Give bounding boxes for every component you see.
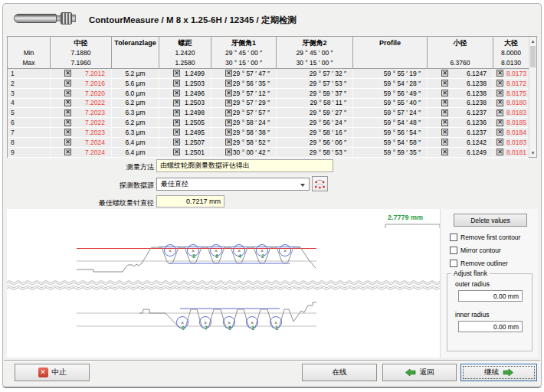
checkbox-major-diameter[interactable]: ✕ bbox=[496, 109, 503, 116]
remove-outliner-option[interactable]: Remove outliner bbox=[450, 260, 508, 267]
wire-diameter-field[interactable] bbox=[156, 195, 224, 207]
footer-divider bbox=[4, 360, 540, 361]
checkbox-pitch[interactable]: ✕ bbox=[173, 109, 180, 116]
abort-button[interactable]: ✕ 中止 bbox=[15, 364, 90, 381]
checkbox-major-diameter[interactable]: ✕ bbox=[496, 119, 503, 126]
circle-number: 8 bbox=[192, 253, 195, 259]
cell-pitch-diameter: ✕7.2016 bbox=[50, 79, 111, 88]
cell-flank-angle-1: ✕30 ° 00 ′ 42 ″ bbox=[211, 148, 276, 157]
table-row[interactable]: 3✕7.20206.0 µm✕1.2496✕29 ° 57 ′ 12 ″29 °… bbox=[8, 89, 529, 99]
measure-method-field[interactable] bbox=[156, 159, 333, 172]
checkbox-pitch-diameter[interactable]: ✕ bbox=[64, 100, 71, 106]
scroll-up-arrow-icon[interactable]: ▲ bbox=[529, 37, 536, 45]
upper-profile-trace bbox=[77, 247, 316, 272]
checkbox-pitch[interactable]: ✕ bbox=[173, 139, 180, 145]
checkbox-flank-angle-1[interactable]: ✕ bbox=[225, 100, 232, 106]
checkbox-minor-diameter[interactable]: ✕ bbox=[441, 80, 448, 87]
checkbox-pitch[interactable]: ✕ bbox=[173, 149, 180, 155]
remove-first-contour-option[interactable]: Remove first contour bbox=[450, 234, 520, 241]
cross-mark-icon: × bbox=[283, 248, 287, 253]
checkbox-minor-diameter[interactable]: ✕ bbox=[441, 129, 448, 136]
checkbox-pitch-diameter[interactable]: ✕ bbox=[64, 149, 71, 155]
mirror-contour-option[interactable]: Mirror contour bbox=[450, 247, 501, 254]
checkbox-flank-angle-1[interactable]: ✕ bbox=[225, 80, 232, 87]
scrollbar-thumb[interactable] bbox=[530, 46, 536, 67]
checkbox-pitch-diameter[interactable]: ✕ bbox=[64, 139, 71, 145]
checkbox-pitch[interactable]: ✕ bbox=[173, 129, 180, 136]
delete-values-button[interactable]: Delete values bbox=[454, 214, 527, 227]
checkbox-remove-first-contour[interactable] bbox=[450, 234, 457, 241]
checkbox-label: Remove first contour bbox=[460, 234, 520, 241]
cell-pitch: ✕1.2501 bbox=[159, 148, 211, 157]
cell-profile: 59 ° 57 ′ 24 ″ bbox=[352, 108, 427, 117]
probe-source-label: 探测数据源 bbox=[34, 181, 154, 191]
checkbox-flank-angle-1[interactable]: ✕ bbox=[225, 149, 232, 155]
checkbox-minor-diameter[interactable]: ✕ bbox=[441, 90, 448, 96]
cell-minor-diameter: ✕6.1238 bbox=[427, 99, 493, 108]
checkbox-pitch-diameter[interactable]: ✕ bbox=[64, 70, 71, 77]
checkbox-pitch-diameter[interactable]: ✕ bbox=[64, 80, 71, 87]
table-row[interactable]: 6✕7.20226.2 µm✕1.2505✕29 ° 58 ′ 24 ″29 °… bbox=[8, 118, 529, 128]
online-button[interactable]: 在线 bbox=[302, 364, 377, 381]
checkbox-pitch-diameter[interactable]: ✕ bbox=[64, 129, 71, 136]
table-row[interactable]: 7✕7.20236.3 µm✕1.2495✕29 ° 58 ′ 38 ″29 °… bbox=[8, 128, 529, 138]
measure-method-label: 测量方法 bbox=[34, 162, 154, 172]
table-row[interactable]: 4✕7.20226.2 µm✕1.2503✕29 ° 57 ′ 29 ″29 °… bbox=[8, 99, 529, 109]
checkbox-mirror-contour[interactable] bbox=[450, 247, 457, 254]
cell-pitch: ✕1.2503 bbox=[159, 79, 211, 88]
checkbox-minor-diameter[interactable]: ✕ bbox=[441, 139, 448, 145]
contour-plot-area: 2.7779 mm ××8×6×4×2× ×9×7×5×3×1 bbox=[7, 209, 440, 358]
table-scrollbar[interactable]: ▲ ▼ bbox=[529, 37, 536, 157]
table-row[interactable]: 2✕7.20165.6 µm✕1.2503✕29 ° 56 ′ 35 ″29 °… bbox=[8, 79, 529, 89]
inner-radius-field[interactable] bbox=[458, 321, 523, 332]
table-row[interactable]: 9✕7.20246.4 µm✕1.2501✕30 ° 00 ′ 42 ″29 °… bbox=[8, 148, 529, 158]
checkbox-pitch-diameter[interactable]: ✕ bbox=[64, 119, 71, 126]
checkbox-pitch-diameter[interactable]: ✕ bbox=[64, 109, 71, 116]
checkbox-pitch[interactable]: ✕ bbox=[173, 119, 180, 126]
checkbox-major-diameter[interactable]: ✕ bbox=[496, 80, 503, 87]
checkbox-pitch[interactable]: ✕ bbox=[173, 90, 180, 96]
outer-radius-field[interactable] bbox=[458, 290, 523, 302]
checkbox-flank-angle-1[interactable]: ✕ bbox=[225, 90, 232, 96]
checkbox-major-diameter[interactable]: ✕ bbox=[496, 129, 503, 136]
probe-source-select[interactable]: 最佳直径 bbox=[156, 178, 310, 191]
column-header-tolerance-position: Toleranzlage bbox=[111, 37, 159, 69]
scroll-down-arrow-icon[interactable]: ▼ bbox=[529, 149, 536, 157]
cell-pitch-diameter: ✕7.2024 bbox=[50, 148, 111, 157]
checkbox-pitch[interactable]: ✕ bbox=[173, 70, 180, 77]
table-row[interactable]: 8✕7.20246.4 µm✕1.2507✕29 ° 58 ′ 52 ″29 °… bbox=[8, 138, 529, 148]
wave-line bbox=[7, 283, 440, 285]
checkbox-pitch-diameter[interactable]: ✕ bbox=[64, 90, 71, 96]
circle-number: 2 bbox=[261, 253, 264, 259]
checkbox-flank-angle-1[interactable]: ✕ bbox=[225, 109, 232, 116]
checkbox-minor-diameter[interactable]: ✕ bbox=[441, 119, 448, 126]
table-row[interactable]: 1✕7.20125.2 µm✕1.2499✕29 ° 57 ′ 47 ″29 °… bbox=[8, 69, 529, 79]
best-fit-points-button[interactable] bbox=[312, 176, 328, 191]
checkbox-pitch[interactable]: ✕ bbox=[173, 80, 180, 87]
checkbox-flank-angle-1[interactable]: ✕ bbox=[225, 129, 232, 136]
checkbox-remove-outliner[interactable] bbox=[450, 260, 457, 267]
cell-tolerance-position: 6.2 µm bbox=[111, 118, 159, 127]
checkbox-minor-diameter[interactable]: ✕ bbox=[441, 70, 448, 77]
checkbox-minor-diameter[interactable]: ✕ bbox=[441, 100, 448, 106]
back-button[interactable]: 返回 bbox=[382, 364, 457, 381]
cross-mark-icon: × bbox=[181, 320, 184, 325]
checkbox-major-diameter[interactable]: ✕ bbox=[496, 90, 503, 96]
checkbox-major-diameter[interactable]: ✕ bbox=[496, 149, 503, 155]
measuring-circles-lower: ×9×7×5×3×1 bbox=[177, 317, 282, 331]
cell-major-diameter: ✕8.0185 bbox=[493, 118, 529, 127]
checkbox-minor-diameter[interactable]: ✕ bbox=[441, 109, 448, 116]
checkbox-flank-angle-1[interactable]: ✕ bbox=[225, 119, 232, 126]
checkbox-major-diameter[interactable]: ✕ bbox=[496, 70, 503, 77]
checkbox-minor-diameter[interactable]: ✕ bbox=[441, 149, 448, 155]
checkbox-pitch[interactable]: ✕ bbox=[173, 100, 180, 106]
cell-pitch: ✕1.2498 bbox=[159, 108, 211, 117]
table-row[interactable]: 5✕7.20236.3 µm✕1.2498✕29 ° 57 ′ 57 ″29 °… bbox=[8, 108, 529, 118]
cell-minor-diameter: ✕6.1236 bbox=[427, 118, 493, 127]
checkbox-major-diameter[interactable]: ✕ bbox=[496, 100, 503, 106]
checkbox-flank-angle-1[interactable]: ✕ bbox=[225, 139, 232, 145]
checkbox-major-diameter[interactable]: ✕ bbox=[496, 139, 503, 145]
continue-button[interactable]: 继续 bbox=[460, 364, 537, 381]
cell-minor-diameter: ✕6.1238 bbox=[427, 79, 493, 88]
checkbox-flank-angle-1[interactable]: ✕ bbox=[225, 70, 232, 77]
